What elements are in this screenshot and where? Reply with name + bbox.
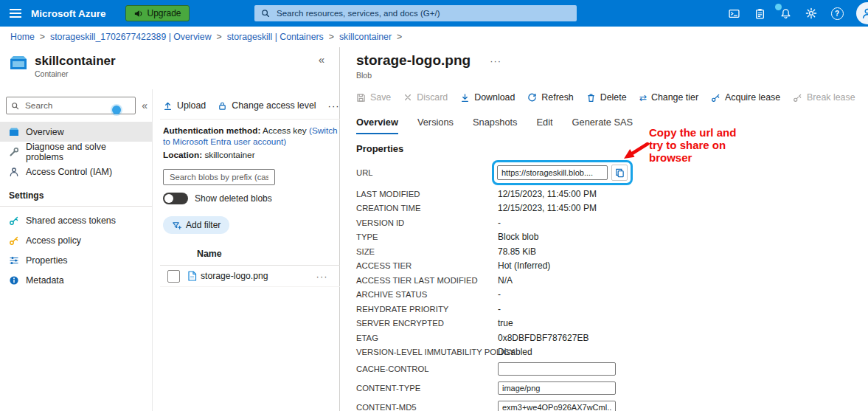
- tab-edit[interactable]: Edit: [537, 117, 553, 134]
- save-button[interactable]: Save: [356, 92, 391, 103]
- sidebar-item-label: Diagnose and solve problems: [26, 142, 146, 162]
- filter-plus-icon: [172, 221, 181, 230]
- upload-icon: [163, 101, 173, 111]
- name-column-header[interactable]: Name: [160, 234, 340, 266]
- upgrade-button[interactable]: Upgrade: [125, 5, 190, 21]
- clipboard-icon: [754, 8, 765, 19]
- breadcrumb-item-home[interactable]: Home: [10, 32, 35, 42]
- more-commands-button[interactable]: ···: [328, 100, 340, 111]
- key-icon: [711, 93, 721, 103]
- hamburger-menu-button[interactable]: [0, 0, 31, 27]
- sliders-icon: [9, 255, 19, 266]
- global-search[interactable]: [254, 5, 577, 21]
- change-tier-button[interactable]: ⇄ Change tier: [639, 92, 698, 103]
- breadcrumb-item-containers[interactable]: storageskill | Containers: [227, 32, 324, 42]
- content-md5-input[interactable]: [498, 401, 616, 411]
- cache-control-input[interactable]: [498, 362, 616, 376]
- property-value: Disabled: [498, 347, 532, 357]
- clipboard-button[interactable]: [753, 7, 766, 20]
- blade-subtitle: Container: [35, 69, 116, 78]
- property-row: ACCESS TIER LAST MODIFIED N/A: [356, 273, 868, 288]
- upgrade-label: Upgrade: [147, 8, 181, 18]
- property-row: VERSION ID -: [356, 215, 868, 230]
- property-row: VERSION-LEVEL IMMUTABILITY POLICY Disabl…: [356, 345, 868, 360]
- property-label: SIZE: [356, 247, 498, 256]
- download-button[interactable]: Download: [460, 92, 515, 103]
- property-value: -: [498, 289, 501, 300]
- blob-title: storage-logo.png: [356, 52, 471, 69]
- property-label: CACHE-CONTROL: [356, 365, 498, 373]
- change-tier-label: Change tier: [651, 92, 698, 103]
- hamburger-icon: [10, 13, 21, 14]
- property-row: TYPE Block blob: [356, 230, 868, 245]
- url-highlight-annotation: [492, 160, 633, 185]
- property-label: ETAG: [356, 334, 498, 342]
- row-more-button[interactable]: ···: [316, 271, 340, 282]
- annotation-arrow: [622, 142, 650, 162]
- sidebar-item-access-control[interactable]: Access Control (IAM): [0, 162, 152, 182]
- location-text: Location: skillcontainer: [163, 150, 338, 161]
- location-value: skillcontainer: [204, 150, 254, 160]
- download-label: Download: [474, 92, 515, 103]
- tab-snapshots[interactable]: Snapshots: [473, 117, 517, 134]
- collapse-blade-icon[interactable]: «: [319, 53, 324, 66]
- sidebar-item-label: Shared access tokens: [26, 215, 116, 226]
- breadcrumb-separator: [40, 32, 45, 42]
- blob-row[interactable]: storage-logo.png ···: [160, 266, 340, 287]
- show-deleted-blobs-toggle[interactable]: [163, 193, 188, 204]
- account-avatar[interactable]: [856, 2, 868, 24]
- breadcrumb-separator: [397, 32, 402, 42]
- collapse-menu-icon[interactable]: «: [142, 100, 147, 111]
- property-row: ETAG 0x8DBFDBF787627EB: [356, 331, 868, 345]
- property-label: VERSION ID: [356, 218, 498, 227]
- copy-url-button[interactable]: [611, 165, 628, 181]
- sidebar-item-metadata[interactable]: Metadata: [0, 270, 152, 290]
- discard-button[interactable]: Discard: [403, 92, 448, 103]
- property-label: CONTENT-TYPE: [356, 384, 498, 393]
- upload-button[interactable]: Upload: [163, 100, 206, 111]
- breadcrumb-item-skillcontainer[interactable]: skillcontainer: [339, 32, 392, 42]
- refresh-button[interactable]: Refresh: [527, 92, 573, 103]
- property-value: N/A: [498, 275, 513, 286]
- content-type-input[interactable]: [498, 381, 616, 395]
- tab-versions[interactable]: Versions: [417, 117, 454, 134]
- settings-button[interactable]: [805, 7, 818, 20]
- breadcrumb-item-storage-account[interactable]: storageskill_1702677422389 | Overview: [50, 32, 212, 42]
- show-deleted-blobs-row: Show deleted blobs: [163, 193, 340, 204]
- megaphone-icon: [133, 9, 143, 18]
- blob-detail-panel: storage-logo.png ··· Blob Save: [340, 47, 868, 411]
- sidebar-item-diagnose[interactable]: Diagnose and solve problems: [0, 142, 152, 162]
- container-icon: [9, 127, 19, 137]
- main-area: skillcontainer Container «: [0, 47, 868, 411]
- notifications-button[interactable]: [779, 7, 792, 20]
- sidebar-item-overview[interactable]: Overview: [0, 122, 152, 142]
- add-filter-button[interactable]: Add filter: [163, 216, 229, 234]
- blob-search-input[interactable]: [168, 172, 270, 182]
- blade-title: skillcontainer: [35, 54, 116, 69]
- property-value: 12/15/2023, 11:45:00 PM: [498, 189, 597, 199]
- cursor-highlight-dot: [112, 106, 121, 114]
- top-bar-actions: ?: [727, 0, 868, 27]
- sidebar-item-shared-access-tokens[interactable]: Shared access tokens: [0, 210, 152, 230]
- blob-search[interactable]: [163, 169, 275, 185]
- break-lease-button[interactable]: Break lease: [793, 92, 855, 103]
- url-input[interactable]: [497, 165, 608, 180]
- auth-method-text: Authentication method: Access key (Switc…: [163, 125, 338, 148]
- help-button[interactable]: ?: [830, 7, 844, 20]
- delete-button[interactable]: Delete: [586, 92, 627, 103]
- change-access-level-button[interactable]: Change access level: [218, 100, 316, 111]
- blob-checkbox[interactable]: [167, 270, 180, 283]
- tab-overview[interactable]: Overview: [356, 117, 398, 134]
- blob-list-panel: Upload Change access level ··· Authe: [153, 89, 350, 411]
- command-bar: Save Discard Download: [356, 89, 868, 106]
- app-title[interactable]: Microsoft Azure: [31, 8, 106, 19]
- terminal-icon: [728, 8, 740, 19]
- tab-generate-sas[interactable]: Generate SAS: [572, 117, 633, 134]
- acquire-lease-button[interactable]: Acquire lease: [711, 92, 780, 103]
- cloud-shell-button[interactable]: [727, 7, 740, 20]
- blob-title-more-button[interactable]: ···: [490, 55, 501, 66]
- property-label: VERSION-LEVEL IMMUTABILITY POLICY: [356, 348, 498, 356]
- global-search-input[interactable]: [275, 8, 570, 18]
- sidebar-item-properties[interactable]: Properties: [0, 250, 152, 270]
- sidebar-item-access-policy[interactable]: Access policy: [0, 230, 152, 250]
